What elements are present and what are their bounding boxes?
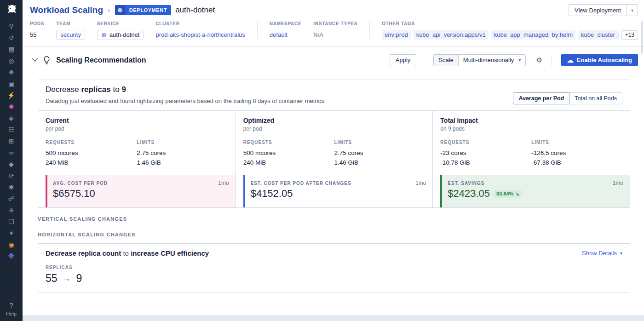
globe-icon: ⊕ (101, 31, 107, 39)
instance-types-label: INSTANCE TYPES (313, 21, 357, 26)
history-icon[interactable]: ↺ (0, 32, 23, 43)
current-limits-mem: 1.46 GiB (137, 158, 228, 167)
vertical-scrollbar[interactable] (641, 21, 643, 54)
tag-env[interactable]: env:prod (382, 30, 411, 40)
requests-label: REQUESTS (440, 140, 531, 145)
savings-label: EST. SAVINGS (448, 181, 484, 186)
help-label[interactable]: Help (6, 311, 17, 316)
metrics-icon[interactable]: ▤ (0, 43, 23, 55)
page-header: Workload Scaling › ☸ DEPLOYMENT auth-dot… (23, 0, 644, 47)
synthetics-icon[interactable]: ∞ (0, 147, 23, 158)
average-per-pod-toggle[interactable]: Average per Pod (513, 92, 569, 104)
trend-down-icon: ↘ (515, 191, 519, 197)
security-icon[interactable]: ◆ (0, 158, 23, 170)
other-tags-label: OTHER TAGS (382, 21, 638, 26)
view-deployment-dropdown-button[interactable]: ▾ (627, 4, 638, 16)
deployment-badge: ☸ DEPLOYMENT (115, 5, 171, 15)
cluster-link[interactable]: prod-aks-shopist-a-northcentralus (155, 31, 245, 38)
meta-team: TEAM security (56, 21, 85, 40)
current-requests-limits: REQUESTS 500 mcores 240 MiB LIMITS 2.75 … (46, 140, 236, 167)
error-tracking-icon[interactable]: ✱ (0, 181, 23, 193)
view-deployment-button[interactable]: View Deployment (569, 4, 627, 16)
logs-icon[interactable]: ◈ (0, 112, 23, 124)
requests-label: REQUESTS (243, 140, 334, 145)
per-pod-total-toggle: Average per Pod Total on all Pods (513, 92, 622, 104)
meta-divider (369, 22, 370, 39)
current-title: Current (46, 117, 236, 124)
bits-ai-icon[interactable]: ✺ (0, 101, 23, 112)
deployment-badge-label: DEPLOYMENT (125, 7, 171, 13)
scale-selected-value: Multi-dimensionally (463, 57, 514, 63)
total-impact-title: Total Impact (440, 117, 630, 124)
meta-cluster: CLUSTER prod-aks-shopist-a-northcentralu… (155, 21, 245, 40)
replicas-from: 55 (46, 272, 58, 285)
resource-blocks-icon[interactable]: ❒ (0, 216, 23, 227)
savings-value: $2423.05 (448, 188, 490, 200)
total-requests-cpu: -23 cores (440, 148, 531, 158)
optimized-title: Optimized (243, 117, 433, 124)
bottom-scrollbar-strip[interactable] (23, 315, 644, 321)
horizontal-scaling-card: Decrease replica count to increase CPU e… (38, 243, 630, 292)
notifications-bell-icon[interactable]: ◉ (0, 239, 23, 250)
containers-icon[interactable]: ▣ (0, 78, 23, 89)
infrastructure-icon[interactable]: ❖ (0, 66, 23, 78)
log-pipelines-icon[interactable]: ☷ (0, 124, 23, 135)
apply-button[interactable]: Apply (390, 54, 417, 66)
tag-kube-api-version[interactable]: kube_api_version:apps/v1 (414, 30, 489, 40)
workload-scaling-icon[interactable]: ✥ (0, 250, 23, 262)
enable-autoscaling-button[interactable]: ☁ Enable Autoscaling (561, 54, 638, 66)
limits-label: LIMITS (137, 140, 228, 145)
current-requests-cpu: 500 mcores (46, 148, 137, 158)
team-chip[interactable]: security (56, 30, 85, 40)
workflows-icon[interactable]: ❈ (0, 204, 23, 216)
datadog-logo-icon[interactable] (5, 3, 18, 17)
sidebar-help-area: ? Help (6, 302, 17, 318)
tag-kube-cluster-name[interactable]: kube_cluster_name:prod-a (578, 30, 619, 40)
total-impact-requests-limits: REQUESTS -23 cores -10.78 GiB LIMITS -12… (440, 140, 630, 167)
pods-label: PODS (30, 21, 44, 26)
integrations-icon[interactable]: ☍ (0, 193, 23, 204)
service-management-icon[interactable]: ⟳ (0, 170, 23, 181)
gear-icon[interactable]: ⚙ (536, 56, 542, 64)
show-details-link[interactable]: Show Details ▾ (582, 250, 622, 257)
total-limits-cpu: -126.5 cores (531, 148, 622, 158)
main-content: Workload Scaling › ☸ DEPLOYMENT auth-dot… (23, 0, 644, 321)
optimized-cost-period: 1mo (415, 180, 426, 186)
search-icon[interactable]: ⚲ (0, 20, 23, 32)
service-chip[interactable]: ⊕ auth-dotnet (97, 30, 144, 40)
optimized-cost-value: $4152.05 (251, 188, 293, 200)
scale-mode-select[interactable]: Scale Multi-dimensionally ▾ (433, 54, 526, 66)
horizontal-scaling-section-label: HORIZONTAL SCALING CHANGES (38, 232, 630, 237)
autoscaling-cloud-icon: ☁ (567, 57, 574, 64)
help-icon[interactable]: ? (6, 302, 17, 309)
datadog-dog-glyph (6, 4, 17, 16)
optimized-limits-mem: 1.46 GiB (334, 158, 425, 167)
more-tags-button[interactable]: +13 (621, 30, 638, 40)
namespace-label: NAMESPACE (270, 21, 301, 26)
meta-namespace: NAMESPACE default (270, 21, 301, 40)
recommendation-card: Decrease replicas to 9 Datadog just eval… (38, 80, 630, 208)
chevron-down-icon: ▾ (518, 57, 521, 63)
column-total-impact: Total Impact on 9 pods REQUESTS -23 core… (432, 111, 630, 207)
collapse-chevron-icon[interactable] (32, 58, 38, 62)
tag-kube-app-managed-by[interactable]: kube_app_managed_by:helm (491, 30, 575, 40)
optimized-requests-mem: 240 MiB (243, 158, 334, 167)
arrow-right-icon: → (63, 274, 71, 284)
topbar: Workload Scaling › ☸ DEPLOYMENT auth-dot… (23, 0, 644, 18)
column-optimized: Optimized per pod REQUESTS 500 mcores 24… (236, 111, 433, 207)
service-label: SERVICE (97, 21, 144, 26)
watchdog-icon[interactable]: ◎ (0, 55, 23, 66)
meta-instance-types: INSTANCE TYPES N/A (313, 21, 357, 40)
ci-visibility-icon[interactable]: ⊞ (0, 135, 23, 147)
sparkle-icon[interactable]: ✦ (0, 227, 23, 239)
kubernetes-helm-icon: ☸ (115, 5, 125, 15)
global-nav-sidebar: ⚲ ↺ ▤ ◎ ❖ ▣ ⚡ ✺ ◈ ☷ ⊞ ∞ ◆ ⟳ ✱ ☍ ❈ ❒ ✦ ◉ … (0, 0, 23, 321)
instance-types-value: N/A (313, 29, 357, 40)
total-all-pods-toggle[interactable]: Total on all Pods (569, 92, 622, 104)
team-label: TEAM (56, 21, 85, 26)
namespace-link[interactable]: default (270, 31, 288, 38)
topbar-actions: View Deployment ▾ (569, 4, 638, 16)
events-icon[interactable]: ⚡ (0, 89, 23, 101)
replicas-label: REPLICAS (46, 265, 622, 270)
breadcrumb-chevron-icon: › (108, 6, 110, 15)
